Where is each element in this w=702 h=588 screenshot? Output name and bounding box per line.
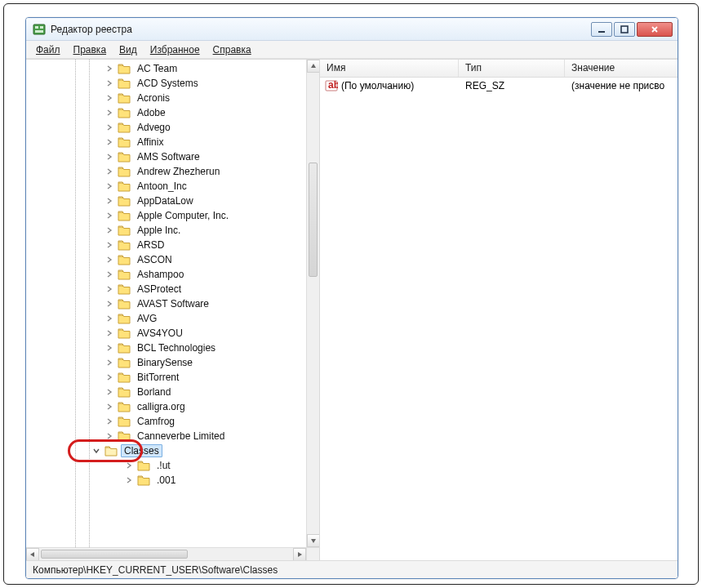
tree-node[interactable]: ACD Systems — [72, 76, 306, 91]
tree-horizontal-scrollbar[interactable] — [26, 547, 306, 560]
expand-icon[interactable] — [104, 181, 114, 191]
expand-icon[interactable] — [124, 461, 134, 470]
tree-node[interactable]: Camfrog — [72, 414, 306, 429]
tree-node[interactable]: calligra.org — [72, 399, 306, 414]
tree-node-selected[interactable]: Classes — [72, 443, 306, 458]
menu-file[interactable]: Файл — [29, 42, 67, 57]
expand-icon[interactable] — [104, 270, 114, 279]
tree-node[interactable]: Acronis — [72, 91, 306, 105]
expand-icon[interactable] — [104, 328, 114, 338]
svg-rect-3 — [35, 30, 43, 33]
tree-node[interactable]: ASProtect — [72, 282, 306, 296]
tree-node[interactable]: AC Team — [72, 61, 306, 76]
tree-node[interactable]: Andrew Zhezherun — [72, 164, 306, 179]
menu-favorites[interactable]: Избранное — [144, 42, 207, 57]
tree-node[interactable]: AppDataLow — [72, 194, 306, 208]
expand-icon[interactable] — [104, 416, 114, 426]
tree-node-label: Antoon_Inc — [134, 180, 190, 193]
tree-node[interactable]: Apple Inc. — [72, 223, 306, 238]
tree-node-label: .!ut — [153, 459, 174, 472]
tree-vertical-scrollbar[interactable] — [306, 60, 319, 547]
expand-icon[interactable] — [104, 240, 114, 250]
expand-icon[interactable] — [104, 314, 114, 323]
tree-node[interactable]: BinarySense — [72, 355, 306, 370]
expand-icon[interactable] — [104, 343, 114, 353]
expand-icon[interactable] — [104, 402, 114, 412]
value-row[interactable]: ab (По умолчанию) REG_SZ (значение не пр… — [320, 78, 678, 94]
split-panes: AC TeamACD SystemsAcronisAdobeAdvegoAffi… — [26, 59, 678, 560]
expand-icon[interactable] — [124, 475, 134, 485]
expand-icon[interactable] — [104, 137, 114, 147]
menu-edit[interactable]: Правка — [67, 42, 113, 57]
tree-node[interactable]: AVS4YOU — [72, 326, 306, 341]
scroll-thumb[interactable] — [309, 163, 318, 277]
values-list[interactable]: ab (По умолчанию) REG_SZ (значение не пр… — [320, 78, 678, 560]
expand-icon[interactable] — [104, 387, 114, 397]
tree-node[interactable]: Adobe — [72, 105, 306, 120]
column-type[interactable]: Тип — [459, 60, 565, 77]
statusbar: Компьютер\HKEY_CURRENT_USER\Software\Cla… — [26, 560, 678, 578]
column-name[interactable]: Имя — [320, 60, 459, 77]
tree-node[interactable]: AVAST Software — [72, 296, 306, 311]
tree-node[interactable]: .!ut — [72, 458, 306, 473]
expand-icon[interactable] — [104, 78, 114, 88]
expand-icon[interactable] — [104, 93, 114, 103]
tree-node-label: Borland — [134, 385, 174, 399]
registry-tree[interactable]: AC TeamACD SystemsAcronisAdobeAdvegoAffi… — [26, 60, 306, 547]
expand-icon[interactable] — [104, 211, 114, 220]
expand-icon[interactable] — [104, 108, 114, 118]
tree-node-label: Apple Computer, Inc. — [134, 209, 232, 222]
expand-icon[interactable] — [104, 372, 114, 382]
scroll-track[interactable] — [39, 548, 293, 560]
tree-node[interactable]: Ashampoo — [72, 267, 306, 282]
folder-icon — [118, 210, 131, 221]
tree-node[interactable]: Advego — [72, 120, 306, 135]
expand-icon[interactable] — [104, 431, 114, 441]
tree-node[interactable]: Apple Computer, Inc. — [72, 208, 306, 223]
tree-node[interactable]: Affinix — [72, 135, 306, 149]
tree-node[interactable]: Antoon_Inc — [72, 179, 306, 194]
expand-icon[interactable] — [104, 167, 114, 176]
scroll-right-button[interactable] — [293, 548, 306, 560]
value-name: (По умолчанию) — [341, 80, 414, 91]
tree-node[interactable]: ASCON — [72, 252, 306, 267]
folder-icon — [118, 254, 131, 265]
scroll-track[interactable] — [307, 73, 319, 534]
folder-icon — [118, 195, 131, 207]
tree-node[interactable]: Canneverbe Limited — [72, 429, 306, 443]
tree-node[interactable]: AMS Software — [72, 149, 306, 164]
menu-view[interactable]: Вид — [113, 42, 144, 57]
expand-icon[interactable] — [104, 358, 114, 368]
folder-icon — [118, 63, 131, 74]
expand-icon[interactable] — [104, 225, 114, 235]
column-value[interactable]: Значение — [565, 60, 678, 77]
tree-node[interactable]: ARSD — [72, 238, 306, 252]
expand-icon[interactable] — [104, 152, 114, 162]
tree-node-label: BitTorrent — [134, 371, 182, 384]
minimize-button[interactable] — [591, 22, 612, 37]
expand-icon[interactable] — [104, 64, 114, 74]
menu-help[interactable]: Справка — [207, 42, 258, 57]
tree-node[interactable]: Borland — [72, 385, 306, 399]
expand-icon[interactable] — [104, 196, 114, 206]
close-button[interactable] — [637, 22, 673, 37]
scroll-thumb[interactable] — [41, 550, 188, 559]
folder-icon — [118, 372, 131, 383]
maximize-button[interactable] — [614, 22, 635, 37]
scroll-down-button[interactable] — [307, 534, 319, 547]
expand-icon[interactable] — [104, 299, 114, 309]
scroll-left-button[interactable] — [26, 548, 39, 560]
values-header[interactable]: Имя Тип Значение — [320, 60, 678, 78]
collapse-icon[interactable] — [91, 446, 101, 456]
tree-node[interactable]: BitTorrent — [72, 370, 306, 385]
folder-icon — [118, 136, 131, 148]
tree-node-label: ASCON — [134, 253, 176, 266]
tree-node[interactable]: AVG — [72, 311, 306, 326]
tree-node[interactable]: BCL Technologies — [72, 341, 306, 355]
scroll-up-button[interactable] — [307, 60, 319, 73]
expand-icon[interactable] — [104, 284, 114, 294]
expand-icon[interactable] — [104, 255, 114, 265]
tree-node[interactable]: .001 — [72, 473, 306, 488]
expand-icon[interactable] — [104, 122, 114, 132]
titlebar[interactable]: Редактор реестра — [26, 18, 678, 41]
